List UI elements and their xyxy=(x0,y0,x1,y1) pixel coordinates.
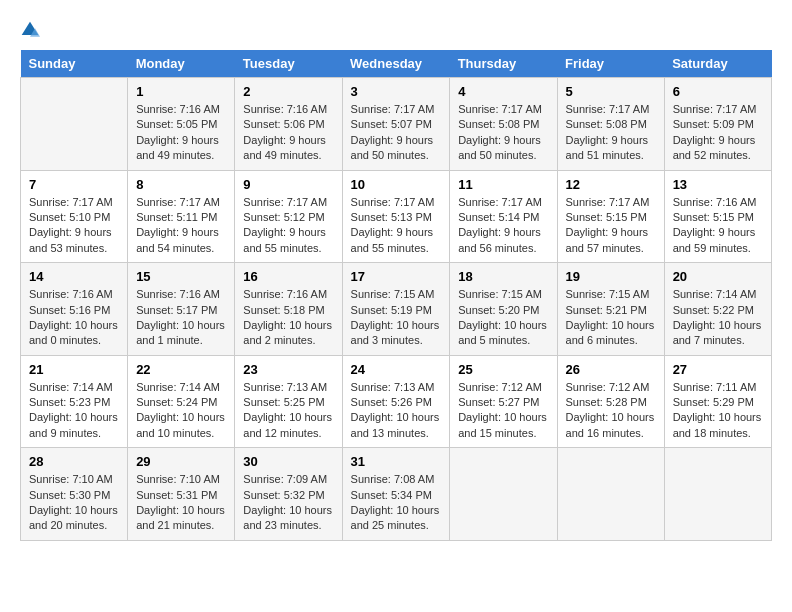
calendar-cell: 7Sunrise: 7:17 AM Sunset: 5:10 PM Daylig… xyxy=(21,170,128,263)
calendar-cell: 26Sunrise: 7:12 AM Sunset: 5:28 PM Dayli… xyxy=(557,355,664,448)
calendar-cell: 23Sunrise: 7:13 AM Sunset: 5:25 PM Dayli… xyxy=(235,355,342,448)
day-info: Sunrise: 7:10 AM Sunset: 5:30 PM Dayligh… xyxy=(29,472,119,534)
calendar-cell: 8Sunrise: 7:17 AM Sunset: 5:11 PM Daylig… xyxy=(128,170,235,263)
calendar-cell: 20Sunrise: 7:14 AM Sunset: 5:22 PM Dayli… xyxy=(664,263,771,356)
calendar-cell: 14Sunrise: 7:16 AM Sunset: 5:16 PM Dayli… xyxy=(21,263,128,356)
calendar-week-row: 21Sunrise: 7:14 AM Sunset: 5:23 PM Dayli… xyxy=(21,355,772,448)
day-number: 2 xyxy=(243,84,333,99)
day-info: Sunrise: 7:16 AM Sunset: 5:06 PM Dayligh… xyxy=(243,102,333,164)
calendar-week-row: 7Sunrise: 7:17 AM Sunset: 5:10 PM Daylig… xyxy=(21,170,772,263)
weekday-header: Wednesday xyxy=(342,50,450,78)
calendar-body: 1Sunrise: 7:16 AM Sunset: 5:05 PM Daylig… xyxy=(21,78,772,541)
day-number: 15 xyxy=(136,269,226,284)
day-number: 17 xyxy=(351,269,442,284)
calendar-cell: 19Sunrise: 7:15 AM Sunset: 5:21 PM Dayli… xyxy=(557,263,664,356)
day-info: Sunrise: 7:14 AM Sunset: 5:24 PM Dayligh… xyxy=(136,380,226,442)
day-info: Sunrise: 7:15 AM Sunset: 5:21 PM Dayligh… xyxy=(566,287,656,349)
weekday-row: SundayMondayTuesdayWednesdayThursdayFrid… xyxy=(21,50,772,78)
day-info: Sunrise: 7:15 AM Sunset: 5:19 PM Dayligh… xyxy=(351,287,442,349)
day-number: 24 xyxy=(351,362,442,377)
calendar-cell: 29Sunrise: 7:10 AM Sunset: 5:31 PM Dayli… xyxy=(128,448,235,541)
calendar-cell: 27Sunrise: 7:11 AM Sunset: 5:29 PM Dayli… xyxy=(664,355,771,448)
calendar-cell xyxy=(21,78,128,171)
calendar-cell: 31Sunrise: 7:08 AM Sunset: 5:34 PM Dayli… xyxy=(342,448,450,541)
day-number: 5 xyxy=(566,84,656,99)
calendar-cell: 15Sunrise: 7:16 AM Sunset: 5:17 PM Dayli… xyxy=(128,263,235,356)
day-number: 26 xyxy=(566,362,656,377)
day-info: Sunrise: 7:10 AM Sunset: 5:31 PM Dayligh… xyxy=(136,472,226,534)
logo xyxy=(20,20,48,40)
day-number: 6 xyxy=(673,84,763,99)
header xyxy=(20,20,772,40)
calendar-week-row: 14Sunrise: 7:16 AM Sunset: 5:16 PM Dayli… xyxy=(21,263,772,356)
calendar-cell: 30Sunrise: 7:09 AM Sunset: 5:32 PM Dayli… xyxy=(235,448,342,541)
logo-icon xyxy=(20,20,40,40)
day-number: 4 xyxy=(458,84,548,99)
calendar-cell: 12Sunrise: 7:17 AM Sunset: 5:15 PM Dayli… xyxy=(557,170,664,263)
day-info: Sunrise: 7:14 AM Sunset: 5:22 PM Dayligh… xyxy=(673,287,763,349)
weekday-header: Sunday xyxy=(21,50,128,78)
day-info: Sunrise: 7:17 AM Sunset: 5:14 PM Dayligh… xyxy=(458,195,548,257)
calendar-table: SundayMondayTuesdayWednesdayThursdayFrid… xyxy=(20,50,772,541)
calendar-cell: 2Sunrise: 7:16 AM Sunset: 5:06 PM Daylig… xyxy=(235,78,342,171)
calendar-cell: 5Sunrise: 7:17 AM Sunset: 5:08 PM Daylig… xyxy=(557,78,664,171)
day-number: 27 xyxy=(673,362,763,377)
calendar-header: SundayMondayTuesdayWednesdayThursdayFrid… xyxy=(21,50,772,78)
day-number: 30 xyxy=(243,454,333,469)
day-number: 12 xyxy=(566,177,656,192)
day-number: 16 xyxy=(243,269,333,284)
day-number: 8 xyxy=(136,177,226,192)
day-number: 20 xyxy=(673,269,763,284)
day-info: Sunrise: 7:08 AM Sunset: 5:34 PM Dayligh… xyxy=(351,472,442,534)
calendar-cell: 10Sunrise: 7:17 AM Sunset: 5:13 PM Dayli… xyxy=(342,170,450,263)
day-number: 14 xyxy=(29,269,119,284)
day-number: 13 xyxy=(673,177,763,192)
day-number: 9 xyxy=(243,177,333,192)
calendar-cell: 16Sunrise: 7:16 AM Sunset: 5:18 PM Dayli… xyxy=(235,263,342,356)
calendar-cell: 28Sunrise: 7:10 AM Sunset: 5:30 PM Dayli… xyxy=(21,448,128,541)
day-info: Sunrise: 7:13 AM Sunset: 5:25 PM Dayligh… xyxy=(243,380,333,442)
day-number: 19 xyxy=(566,269,656,284)
day-info: Sunrise: 7:13 AM Sunset: 5:26 PM Dayligh… xyxy=(351,380,442,442)
calendar-cell: 1Sunrise: 7:16 AM Sunset: 5:05 PM Daylig… xyxy=(128,78,235,171)
weekday-header: Friday xyxy=(557,50,664,78)
calendar-cell: 4Sunrise: 7:17 AM Sunset: 5:08 PM Daylig… xyxy=(450,78,557,171)
day-info: Sunrise: 7:17 AM Sunset: 5:15 PM Dayligh… xyxy=(566,195,656,257)
day-info: Sunrise: 7:16 AM Sunset: 5:15 PM Dayligh… xyxy=(673,195,763,257)
weekday-header: Tuesday xyxy=(235,50,342,78)
weekday-header: Thursday xyxy=(450,50,557,78)
day-number: 31 xyxy=(351,454,442,469)
calendar-cell: 21Sunrise: 7:14 AM Sunset: 5:23 PM Dayli… xyxy=(21,355,128,448)
day-info: Sunrise: 7:16 AM Sunset: 5:16 PM Dayligh… xyxy=(29,287,119,349)
calendar-cell: 9Sunrise: 7:17 AM Sunset: 5:12 PM Daylig… xyxy=(235,170,342,263)
calendar-week-row: 1Sunrise: 7:16 AM Sunset: 5:05 PM Daylig… xyxy=(21,78,772,171)
day-info: Sunrise: 7:11 AM Sunset: 5:29 PM Dayligh… xyxy=(673,380,763,442)
day-info: Sunrise: 7:17 AM Sunset: 5:09 PM Dayligh… xyxy=(673,102,763,164)
calendar-week-row: 28Sunrise: 7:10 AM Sunset: 5:30 PM Dayli… xyxy=(21,448,772,541)
day-number: 18 xyxy=(458,269,548,284)
calendar-cell: 3Sunrise: 7:17 AM Sunset: 5:07 PM Daylig… xyxy=(342,78,450,171)
weekday-header: Saturday xyxy=(664,50,771,78)
day-info: Sunrise: 7:14 AM Sunset: 5:23 PM Dayligh… xyxy=(29,380,119,442)
day-number: 29 xyxy=(136,454,226,469)
day-info: Sunrise: 7:15 AM Sunset: 5:20 PM Dayligh… xyxy=(458,287,548,349)
calendar-cell: 13Sunrise: 7:16 AM Sunset: 5:15 PM Dayli… xyxy=(664,170,771,263)
calendar-cell xyxy=(450,448,557,541)
day-number: 10 xyxy=(351,177,442,192)
day-info: Sunrise: 7:17 AM Sunset: 5:07 PM Dayligh… xyxy=(351,102,442,164)
calendar-cell: 22Sunrise: 7:14 AM Sunset: 5:24 PM Dayli… xyxy=(128,355,235,448)
day-info: Sunrise: 7:17 AM Sunset: 5:13 PM Dayligh… xyxy=(351,195,442,257)
day-number: 23 xyxy=(243,362,333,377)
day-info: Sunrise: 7:12 AM Sunset: 5:28 PM Dayligh… xyxy=(566,380,656,442)
day-info: Sunrise: 7:12 AM Sunset: 5:27 PM Dayligh… xyxy=(458,380,548,442)
day-number: 3 xyxy=(351,84,442,99)
day-info: Sunrise: 7:17 AM Sunset: 5:08 PM Dayligh… xyxy=(566,102,656,164)
day-number: 21 xyxy=(29,362,119,377)
day-info: Sunrise: 7:16 AM Sunset: 5:17 PM Dayligh… xyxy=(136,287,226,349)
weekday-header: Monday xyxy=(128,50,235,78)
day-number: 28 xyxy=(29,454,119,469)
day-number: 7 xyxy=(29,177,119,192)
calendar-cell: 11Sunrise: 7:17 AM Sunset: 5:14 PM Dayli… xyxy=(450,170,557,263)
day-info: Sunrise: 7:17 AM Sunset: 5:10 PM Dayligh… xyxy=(29,195,119,257)
day-number: 25 xyxy=(458,362,548,377)
